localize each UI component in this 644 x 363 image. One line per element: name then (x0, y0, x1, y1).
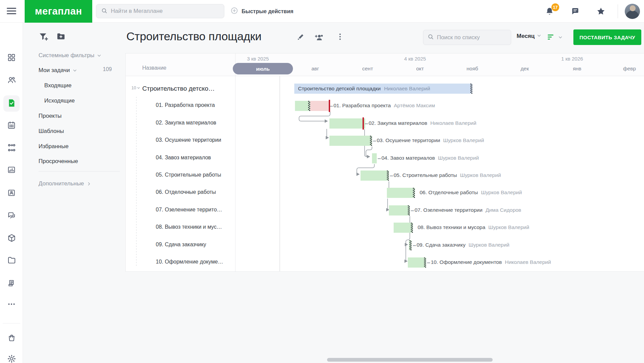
gantt-bar-task[interactable] (310, 101, 329, 111)
gantt-bar-task[interactable] (394, 223, 413, 233)
filter-templates[interactable]: Шаблоны (39, 127, 64, 135)
search-icon (427, 33, 434, 41)
gantt-task-label[interactable]: 04. Завоз материаловШурков Валерий (381, 155, 479, 161)
products-icon (7, 233, 16, 244)
sidebar-item-products[interactable] (3, 230, 20, 247)
gantt-bar-task[interactable] (295, 101, 310, 111)
filter-label: Просроченные (39, 158, 78, 165)
messages-icon[interactable] (571, 0, 580, 23)
more-filters-label: Дополнительные (39, 180, 84, 187)
sidebar-item-documents[interactable] (3, 253, 20, 269)
quick-actions-button[interactable]: Быстрые действия (230, 0, 293, 23)
gantt-task-label[interactable]: 06. Отделочные работыШурков Валерий (420, 189, 522, 196)
more-filters-toggle[interactable]: Дополнительные (39, 180, 91, 188)
gantt-bar-task[interactable] (387, 188, 415, 198)
gantt-bar-task[interactable] (389, 205, 410, 215)
gantt-task-label[interactable]: 01. Разработка проектаАртёмов Максим (333, 103, 435, 109)
label-hook-line (330, 106, 333, 107)
list-search[interactable] (423, 30, 511, 45)
horizontal-scrollbar-thumb[interactable] (327, 358, 493, 362)
jagged-edge (470, 84, 472, 94)
gantt-bar-task[interactable] (409, 240, 412, 250)
filter-my-tasks[interactable]: Мои задачи (39, 66, 77, 74)
gantt-bar-project[interactable]: Строительство детской площадкиНиколаев В… (294, 84, 472, 94)
view-options[interactable] (547, 34, 563, 42)
filter-favorites[interactable]: Избранные (39, 142, 69, 151)
gantt-task-label[interactable]: 05. Строительные работыШурков Валерий (394, 172, 501, 178)
system-filters-toggle[interactable]: Системные фильтры (39, 51, 101, 60)
filter-outbox[interactable]: Исходящие (44, 97, 75, 105)
sidebar-item-settings[interactable] (3, 351, 20, 363)
filter-inbox[interactable]: Входящие (44, 82, 72, 90)
gantt-task-label[interactable]: 08. Вывоз техники и мусораШурков Валерий (418, 224, 529, 230)
gantt-bar-task[interactable] (408, 257, 426, 268)
filter-label: Исходящие (44, 97, 75, 104)
gantt-bar-task[interactable] (372, 153, 377, 163)
sidebar-item-employees[interactable] (3, 72, 20, 89)
calendar-icon (7, 121, 16, 131)
label-hook-line (378, 158, 381, 159)
assignee-name: Николаев Валерий (430, 120, 476, 126)
notifications-bell-icon[interactable] (545, 0, 554, 23)
add-folder-icon[interactable] (56, 31, 66, 43)
user-avatar[interactable] (625, 4, 640, 19)
sidebar-item-more[interactable] (3, 297, 20, 313)
kebab-menu-icon[interactable] (336, 32, 344, 42)
plus-circle-icon (230, 7, 238, 16)
label-hook-line (413, 245, 416, 246)
employees-icon (7, 75, 16, 86)
sidebar-item-calendar[interactable] (3, 118, 20, 134)
filter-label: Избранные (39, 143, 69, 150)
assignee-name: Николаев Валерий (384, 86, 430, 92)
edit-pencil-icon[interactable] (297, 32, 305, 42)
search-icon (101, 7, 107, 15)
settings-icon (7, 354, 16, 363)
sidebar-item-clients[interactable] (3, 185, 20, 202)
processes-icon (7, 143, 16, 154)
gantt-task-label[interactable]: 07. Озеленение территорииДима Сидоров (415, 207, 521, 213)
filter-label: Шаблоны (39, 128, 64, 135)
label-hook-line (365, 123, 368, 124)
global-search[interactable] (96, 4, 224, 18)
gantt-bar-task[interactable] (329, 136, 372, 146)
scale-select[interactable]: Месяц (517, 33, 541, 40)
gantt-bar-task[interactable] (361, 171, 389, 181)
assignee-name: Шурков Валерий (438, 155, 479, 161)
assignee-name: Шурков Валерий (443, 137, 484, 143)
filter-label: Проекты (39, 113, 61, 119)
top-bar: мегаплан Быстрые действия 17 (0, 0, 644, 23)
jagged-edge (387, 171, 389, 181)
scale-label: Месяц (517, 33, 535, 40)
filter-projects[interactable]: Проекты (39, 112, 61, 120)
hamburger-menu-icon[interactable] (7, 8, 16, 15)
jagged-edge (408, 205, 410, 215)
sidebar-item-tasks[interactable] (3, 95, 20, 112)
my-tasks-count: 109 (103, 66, 112, 72)
gantt-task-label[interactable]: 09. Сдача заказчикуШурков Валерий (417, 242, 510, 248)
sidebar-item-reports[interactable] (3, 162, 20, 179)
favorites-star-icon[interactable] (596, 0, 605, 23)
label-hook-line (390, 176, 393, 176)
project-bar-label: Строительство детской площадкиНиколаев В… (298, 84, 430, 94)
sidebar-item-dashboard[interactable] (3, 50, 20, 66)
clients-icon (7, 188, 16, 199)
filter-section-label: Системные фильтры (39, 52, 94, 59)
add-filter-icon[interactable] (39, 31, 49, 43)
sidebar-item-messages[interactable] (3, 208, 20, 224)
gantt-task-label[interactable]: 03. Осушение территорииШурков Валерий (377, 137, 484, 143)
add-task-button[interactable]: ПОСТАВИТЬ ЗАДАЧУ (573, 29, 641, 45)
gantt-task-label[interactable]: 02. Закупка материаловНиколаев Валерий (369, 120, 476, 126)
filter-overdue[interactable]: Просроченные (39, 157, 78, 165)
gantt-task-label[interactable]: 10. Оформление документовНиколаев Валери… (431, 259, 551, 265)
add-participant-icon[interactable] (314, 32, 324, 44)
sidebar-item-store[interactable] (3, 330, 20, 346)
global-search-input[interactable] (111, 8, 219, 15)
assignee-name: Шурков Валерий (469, 242, 510, 248)
sidebar-item-processes[interactable] (3, 140, 20, 156)
app-logo[interactable]: мегаплан (25, 0, 92, 23)
sidebar-item-invoices[interactable] (3, 276, 20, 292)
filter-divider (39, 171, 120, 172)
list-search-input[interactable] (437, 34, 507, 41)
gantt-bar-task[interactable] (329, 118, 365, 129)
store-icon (7, 333, 16, 343)
